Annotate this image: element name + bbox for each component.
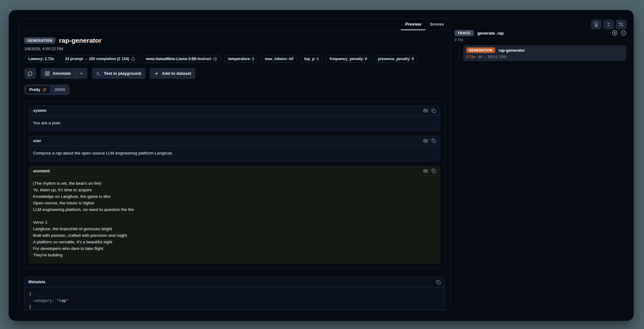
tree-guide-line bbox=[459, 46, 459, 60]
json-key: category: bbox=[33, 298, 54, 303]
latency-badge: Latency: 2.73s bbox=[24, 55, 58, 63]
comment-button[interactable] bbox=[24, 68, 36, 79]
json-label: JSON bbox=[54, 88, 65, 92]
parameter-badges: Latency: 2.73s 34 prompt → 100 completio… bbox=[24, 55, 445, 63]
annotate-button[interactable]: Annotate bbox=[40, 68, 75, 79]
copy-icon[interactable] bbox=[431, 138, 436, 143]
award-icon bbox=[594, 22, 599, 27]
action-toolbar: Annotate Test in playground Add to datas… bbox=[24, 68, 445, 79]
metadata-json-viewer: {⌄ category: "rap" } bbox=[25, 287, 444, 310]
json-close-brace: } bbox=[29, 304, 440, 310]
trace-detail-window: Preview Scores GENERATION rap-generator … bbox=[9, 10, 634, 321]
playground-label: Test in playground bbox=[104, 71, 141, 76]
view-mode-toggle: Pretty JSON bbox=[24, 84, 70, 95]
node-token-usage: 34 → 100 (Σ 134) bbox=[478, 55, 506, 59]
markdown-toggle-icon[interactable] bbox=[423, 169, 428, 174]
page-title: rap-generator bbox=[59, 37, 102, 44]
test-in-playground-button[interactable]: Test in playground bbox=[92, 68, 146, 79]
observation-preview-panel: Preview Scores GENERATION rap-generator … bbox=[19, 19, 450, 310]
pretty-label: Pretty bbox=[29, 88, 40, 92]
chevrons-down-up-icon bbox=[606, 22, 611, 27]
token-usage-label: 34 prompt → 100 completion (Σ 134) bbox=[65, 57, 129, 61]
message-user: user Compose a rap about the open source… bbox=[29, 136, 440, 161]
frequency-penalty-badge: frequency_penalty: 0 bbox=[326, 55, 371, 63]
terminal-icon bbox=[96, 71, 101, 76]
json-value: "rap" bbox=[57, 298, 68, 303]
node-latency: 2.73s bbox=[466, 55, 475, 59]
message-role-label: user bbox=[33, 139, 41, 143]
node-name: rap-generator bbox=[499, 48, 525, 53]
preview-tabs-bar: Preview Scores bbox=[19, 19, 450, 31]
add-to-dataset-label: Add to dataset bbox=[162, 71, 191, 76]
toggle-json[interactable]: JSON bbox=[50, 86, 68, 94]
observation-content: GENERATION rap-generator 1/9/2025, 4:00:… bbox=[19, 31, 450, 310]
markdown-toggle-icon[interactable] bbox=[423, 108, 428, 113]
message-role-label: assistant bbox=[33, 169, 50, 173]
message-assistant: assistant (The rhythm is set, the beat's… bbox=[29, 166, 440, 263]
circle-plus-icon bbox=[213, 57, 217, 61]
annotate-dropdown-button[interactable] bbox=[76, 68, 87, 79]
timestamp: 1/9/2025, 4:00:22 PM bbox=[24, 46, 445, 51]
max-tokens-badge: max_tokens: inf bbox=[261, 55, 297, 63]
markdown-toggle-icon[interactable] bbox=[423, 138, 428, 143]
square-pen-icon bbox=[45, 71, 50, 76]
generation-type-badge: GENERATION bbox=[24, 37, 55, 44]
messages-container: system You are a poet. user bbox=[24, 101, 445, 268]
metadata-title: Metadata bbox=[28, 280, 45, 284]
trace-latency: 2.73s bbox=[454, 38, 626, 42]
metadata-panel: Metadata {⌄ category: "rap" } bbox=[24, 277, 445, 310]
copy-icon[interactable] bbox=[431, 108, 436, 113]
toggle-pretty[interactable]: Pretty bbox=[26, 86, 50, 94]
observation-tree: GENERATION rap-generator 2.73s 34 → 100 … bbox=[454, 45, 626, 61]
copy-icon[interactable] bbox=[431, 169, 436, 173]
trace-type-badge: TRACE bbox=[454, 30, 474, 36]
percent-metrics-button[interactable] bbox=[616, 20, 627, 29]
chevron-down-icon bbox=[79, 71, 84, 76]
annotate-button-group: Annotate bbox=[40, 68, 87, 79]
tab-scores[interactable]: Scores bbox=[425, 19, 448, 30]
collapse-all-icon[interactable] bbox=[621, 30, 626, 36]
window-actions bbox=[591, 20, 627, 29]
temperature-badge: temperature: 1 bbox=[224, 55, 258, 63]
node-generation-badge: GENERATION bbox=[466, 47, 495, 53]
message-content: Compose a rap about the open source LLM … bbox=[29, 146, 440, 161]
sparkles-icon bbox=[42, 88, 47, 92]
message-system: system You are a poet. bbox=[29, 106, 440, 131]
percent-icon bbox=[618, 22, 624, 27]
annotate-label: Annotate bbox=[53, 71, 71, 76]
token-usage-badge[interactable]: 34 prompt → 100 completion (Σ 134) bbox=[61, 55, 139, 63]
add-to-dataset-button[interactable]: Add to dataset bbox=[150, 68, 195, 79]
message-role-label: system bbox=[33, 108, 46, 113]
collapse-panel-button[interactable] bbox=[603, 20, 614, 29]
trace-tree-sidebar: TRACE generate_rap 2.73s GENERATION rap-… bbox=[454, 30, 626, 61]
info-icon bbox=[131, 57, 135, 61]
tree-node-rap-generator[interactable]: GENERATION rap-generator 2.73s 34 → 100 … bbox=[463, 45, 626, 61]
message-content: You are a poet. bbox=[29, 116, 440, 131]
plus-icon bbox=[154, 71, 159, 76]
expand-all-icon[interactable] bbox=[612, 30, 618, 36]
scores-award-button[interactable] bbox=[591, 20, 602, 29]
json-collapse-chevron[interactable]: ⌄ bbox=[33, 293, 35, 296]
model-label: meta-llama/Meta-Llama-3-8B-Instruct bbox=[146, 57, 211, 61]
message-content: (The rhythm is set, the beat's on fire) … bbox=[29, 176, 440, 263]
trace-root-row[interactable]: TRACE generate_rap bbox=[454, 30, 626, 36]
model-badge[interactable]: meta-llama/Meta-Llama-3-8B-Instruct bbox=[142, 55, 221, 63]
trace-name: generate_rap bbox=[477, 31, 504, 36]
copy-icon[interactable] bbox=[436, 280, 441, 284]
top-p-badge: top_p: 1 bbox=[300, 55, 323, 63]
tab-preview[interactable]: Preview bbox=[401, 19, 425, 30]
json-open-brace: { bbox=[29, 292, 31, 296]
presence-penalty-badge: presence_penalty: 0 bbox=[374, 55, 418, 63]
message-bubble-icon bbox=[28, 71, 33, 76]
